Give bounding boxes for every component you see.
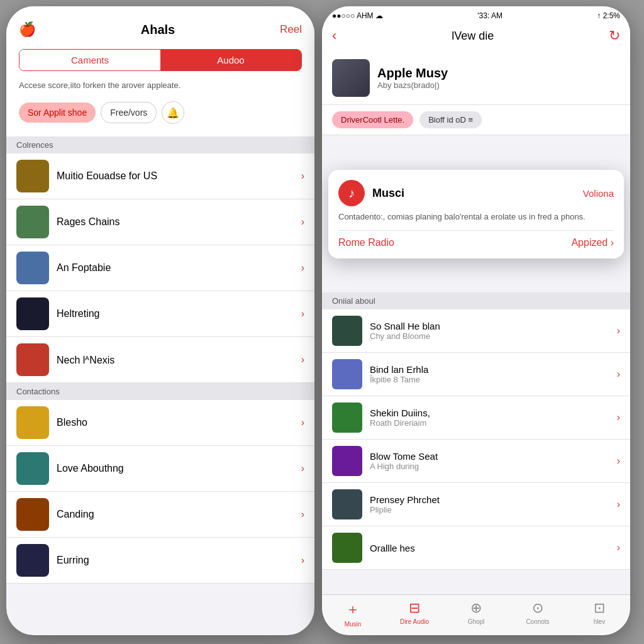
list-item-label: An Foptabie [57, 262, 294, 274]
apple-logo-icon: 🍎 [19, 21, 36, 38]
popup-top: ♪ Musci Voliona [338, 180, 614, 206]
segment-audoo[interactable]: Audoo [160, 50, 301, 70]
popup-description: Contadento:, comias planing balo'rental … [338, 211, 614, 223]
song-info: Shekin Duiins, Roath Direriaim [370, 408, 609, 428]
chevron-icon: › [301, 216, 304, 228]
popup-appized-link[interactable]: Appized › [571, 237, 614, 248]
section-contactions: Contactions [6, 383, 314, 400]
list-item[interactable]: Rages Chains › [6, 199, 314, 245]
chevron-icon: › [301, 262, 304, 274]
album-art [332, 59, 370, 97]
tab-connots[interactable]: ⊙ Connots [507, 600, 569, 628]
list-item[interactable]: Heltreting › [6, 291, 314, 337]
song-item[interactable]: Blow Tome Seat A High during › [322, 440, 630, 483]
tag-bioff[interactable]: Bioff id oD ≡ [419, 111, 482, 128]
list-thumb [16, 498, 49, 531]
tab-dire-audio-icon: ⊟ [409, 600, 420, 616]
back-button[interactable]: ‹ [332, 28, 336, 44]
list-item-label: Eurring [57, 555, 294, 566]
song-item[interactable]: Prensey Phrchet Pliplie › [322, 483, 630, 526]
chevron-icon: › [301, 417, 304, 428]
list-item[interactable]: Love Abouthng › [6, 446, 314, 492]
filter-row: Sor Applit shoe Free/vors 🔔 [19, 97, 302, 131]
chevron-icon: › [617, 499, 620, 510]
song-thumb [332, 402, 362, 433]
status-left: ●●○○○ AHM ☁ [332, 11, 383, 20]
popup-music-icon: ♪ [338, 180, 365, 206]
tag-driver[interactable]: DriverCootl Lette. [332, 111, 413, 128]
list-item[interactable]: Muitio Eouadse for US › [6, 153, 314, 199]
tab-hlev[interactable]: ⊡ hlev [569, 600, 630, 628]
list-item-label: Muitio Eouadse for US [57, 170, 294, 182]
tab-ghopl-icon: ⊕ [470, 600, 482, 616]
chevron-icon: › [301, 308, 304, 319]
popup-radio-link[interactable]: Rome Radio [338, 237, 394, 248]
status-time: '33: AM [477, 11, 502, 20]
list-thumb [16, 452, 49, 485]
list-thumb [16, 297, 49, 330]
list-item[interactable]: Nech lᴬNexis › [6, 337, 314, 383]
list-item-label: Rages Chains [57, 216, 294, 228]
popup-action-button[interactable]: Voliona [583, 188, 614, 199]
popup-card: ♪ Musci Voliona Contadento:, comias plan… [328, 170, 624, 258]
song-item[interactable]: Orallle hes › [322, 526, 630, 570]
list-item-label: Nech lᴬNexis [57, 354, 294, 366]
status-bar: ●●○○○ AHM ☁ '33: AM ↑ 2:5% [322, 6, 630, 23]
list-item[interactable]: Blesho › [6, 400, 314, 446]
chevron-icon: › [301, 463, 304, 474]
list-item[interactable]: An Foptabie › [6, 245, 314, 291]
segment-caments[interactable]: Caments [19, 50, 160, 70]
album-subtitle: Aby bazs(brado|) [377, 80, 620, 90]
right-scroll: Oniial aboul So Snall He blan Chy and Bl… [322, 292, 630, 594]
filter-sort-button[interactable]: Sor Applit shoe [19, 103, 96, 123]
section-colrences: Colrences [6, 136, 314, 153]
tab-connots-label: Connots [526, 618, 549, 625]
song-item[interactable]: So Snall He blan Chy and Bloome › [322, 309, 630, 353]
filter-notification-button[interactable]: 🔔 [162, 101, 184, 124]
album-header: Apple Musy Aby bazs(brado|) [322, 52, 630, 105]
list-item-label: Canding [57, 509, 294, 520]
list-thumb [16, 206, 49, 238]
popup-title-row: Musci Voliona [372, 187, 614, 200]
list-item[interactable]: Eurring › [6, 538, 314, 584]
song-thumb [332, 359, 362, 389]
album-title: Apple Musy [377, 66, 620, 80]
list-item-label: Love Abouthng [57, 463, 294, 474]
status-right: ↑ 2:5% [597, 11, 620, 20]
song-info: Blow Tome Seat A High during [370, 451, 609, 471]
song-item[interactable]: Bind lan Erhla Ĭkpitie 8 Tame › [322, 353, 630, 396]
song-title: Blow Tome Seat [370, 451, 609, 462]
chevron-icon: › [301, 170, 304, 182]
tab-bar: ＋ Musin ⊟ Dire Audio ⊕ Ghopl ⊙ Connots ⊡… [322, 594, 630, 635]
left-app-title: Ahals [141, 23, 175, 37]
list-item-label: Blesho [57, 417, 294, 428]
song-title: Shekin Duiins, [370, 408, 609, 418]
song-item[interactable]: Shekin Duiins, Roath Direriaim › [322, 396, 630, 440]
reel-button[interactable]: Reel [280, 23, 302, 36]
chevron-icon: › [617, 412, 620, 423]
song-info: So Snall He blan Chy and Bloome [370, 321, 609, 341]
song-title: Bind lan Erhla [370, 364, 609, 375]
song-title: Prensey Phrchet [370, 494, 609, 505]
filter-free-button[interactable]: Free/vors [101, 102, 157, 123]
left-header: 🍎 Ahals Reel [19, 16, 302, 43]
chevron-icon: › [301, 354, 304, 365]
song-info: Orallle hes [370, 543, 609, 553]
access-description: Accese score,iito forken the arover appl… [19, 77, 302, 97]
chevron-icon: › [617, 542, 620, 553]
list-thumb [16, 544, 49, 577]
chevron-icon: › [617, 455, 620, 467]
song-subtitle: Pliplie [370, 505, 609, 514]
song-title: Orallle hes [370, 543, 609, 553]
tab-ghopl[interactable]: ⊕ Ghopl [445, 600, 507, 628]
tab-musin[interactable]: ＋ Musin [322, 600, 384, 628]
chevron-icon: › [301, 555, 304, 566]
nav-action-icon[interactable]: ↻ [609, 28, 620, 44]
popup-title: Musci [372, 187, 404, 200]
list-item[interactable]: Canding › [6, 492, 314, 538]
tab-dire-audio[interactable]: ⊟ Dire Audio [384, 600, 445, 628]
tab-connots-icon: ⊙ [532, 600, 543, 616]
section-oniial: Oniial aboul [322, 292, 630, 309]
song-thumb [332, 316, 362, 346]
album-info: Apple Musy Aby bazs(brado|) [377, 66, 620, 90]
